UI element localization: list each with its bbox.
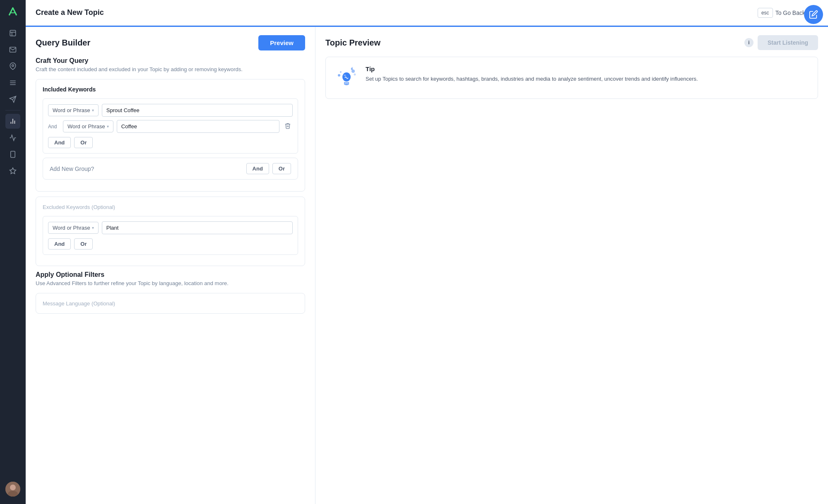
filters-title: Apply Optional Filters [36,271,305,278]
keyword-input-2[interactable] [117,120,279,133]
add-group-label: Add New Group? [50,166,94,172]
right-panel: Topic Preview i Start Listening [315,27,828,504]
filters-section: Apply Optional Filters Use Advanced Filt… [36,271,305,314]
info-icon[interactable]: i [744,38,753,47]
sidebar-item-inbox[interactable] [5,42,20,57]
sidebar-item-automation[interactable] [5,147,20,162]
esc-key-label: esc [758,8,773,18]
excluded-keywords-card: Excluded Keywords (Optional) Word or Phr… [36,197,305,266]
add-group-buttons: And Or [246,163,291,174]
keyword-type-label-1: Word or Phrase [53,107,90,113]
keyword-type-label-3: Word or Phrase [53,225,90,231]
left-panel-header: Query Builder Preview [26,27,315,57]
or-button-1[interactable]: Or [74,137,93,148]
svg-point-16 [338,74,340,77]
sidebar-item-charts[interactable] [5,130,20,145]
filters-card: Message Language (Optional) [36,293,305,314]
keyword-input-1[interactable] [102,104,293,117]
query-section: Craft Your Query Craft the content inclu… [36,57,305,266]
keyword-row-1: Word or Phrase ▾ [48,104,293,117]
tip-text-area: Tip Set up Topics to search for keywords… [366,65,698,83]
sidebar-item-tasks[interactable] [5,75,20,90]
included-keywords-title: Included Keywords [43,86,298,93]
lightbulb-icon: + + [335,66,358,89]
sidebar-logo[interactable] [5,4,20,19]
svg-marker-12 [10,168,16,174]
craft-query-title: Craft Your Query [36,57,305,65]
main-content: Create a New Topic esc To Go Back ✕ Quer… [26,0,828,504]
add-group-row: Add New Group? And Or [43,158,298,180]
svg-point-17 [340,71,342,73]
tip-card: + + Tip Set up Topics to search for keyw… [325,57,818,99]
svg-rect-0 [10,30,16,36]
user-avatar[interactable] [5,482,20,497]
edit-icon [809,10,818,19]
delete-row-button[interactable] [283,121,293,132]
sidebar-item-star[interactable] [5,163,20,178]
svg-point-19 [354,74,356,76]
keyword-type-select-1[interactable]: Word or Phrase ▾ [48,104,99,116]
preview-button[interactable]: Preview [258,35,305,50]
tip-icon-area: + + [334,65,359,90]
sidebar-item-pin[interactable] [5,59,20,74]
sidebar [0,0,26,504]
svg-point-20 [342,72,351,82]
left-panel: Query Builder Preview Craft Your Query C… [26,27,315,504]
add-group-and-button[interactable]: And [246,163,269,174]
keyword-type-label-2: Word or Phrase [67,123,105,130]
user-action-button[interactable] [804,5,823,24]
chevron-down-icon-3: ▾ [92,226,94,230]
svg-point-14 [10,485,16,490]
sidebar-divider [5,110,20,110]
topic-preview-title: Topic Preview [325,38,380,48]
craft-query-desc: Craft the content included and excluded … [36,66,305,72]
and-or-row-1: And Or [48,137,293,148]
page-title: Create a New Topic [36,8,758,17]
sidebar-item-send[interactable] [5,92,20,107]
left-panel-body: Craft Your Query Craft the content inclu… [26,57,315,504]
go-back-label: To Go Back [775,10,805,16]
tip-desc: Set up Topics to search for keywords, ha… [366,75,698,83]
right-panel-actions: i Start Listening [744,35,818,50]
tip-title: Tip [366,65,698,72]
sidebar-item-analytics[interactable] [5,114,20,129]
svg-point-23 [344,74,346,76]
topbar: Create a New Topic esc To Go Back ✕ [26,0,828,26]
panels: Query Builder Preview Craft Your Query C… [26,26,828,504]
svg-text:+: + [351,66,353,69]
keyword-group-2: Word or Phrase ▾ And Or [43,216,298,255]
add-group-or-button[interactable]: Or [272,163,291,174]
included-keywords-card: Included Keywords Word or Phrase ▾ [36,79,305,192]
right-panel-header: Topic Preview i Start Listening [315,27,828,57]
or-button-2[interactable]: Or [74,238,93,250]
keyword-type-select-3[interactable]: Word or Phrase ▾ [48,222,99,234]
and-or-row-2: And Or [48,238,293,250]
chevron-down-icon-2: ▾ [107,124,109,129]
sidebar-item-compose[interactable] [5,26,20,41]
keyword-row-2: And Word or Phrase ▾ [48,120,293,133]
keyword-input-3[interactable] [102,221,293,234]
chevron-down-icon-1: ▾ [92,108,94,113]
and-button-2[interactable]: And [48,238,71,250]
keyword-row-3: Word or Phrase ▾ [48,221,293,234]
svg-rect-10 [11,151,15,158]
and-button-1[interactable]: And [48,137,71,148]
keyword-type-select-2[interactable]: Word or Phrase ▾ [63,120,113,132]
query-builder-title: Query Builder [36,38,90,48]
svg-point-1 [12,65,14,67]
and-connector-label: And [48,124,60,130]
keyword-group-1: Word or Phrase ▾ And Word or Phrase [43,98,298,154]
excluded-keywords-title: Excluded Keywords (Optional) [43,204,298,210]
message-language-row: Message Language (Optional) [43,300,298,307]
start-listening-button[interactable]: Start Listening [758,35,818,50]
filters-desc: Use Advanced Filters to further refine y… [36,280,305,286]
right-panel-body: + + Tip Set up Topics to search for keyw… [315,57,828,504]
message-language-label: Message Language (Optional) [43,300,115,307]
